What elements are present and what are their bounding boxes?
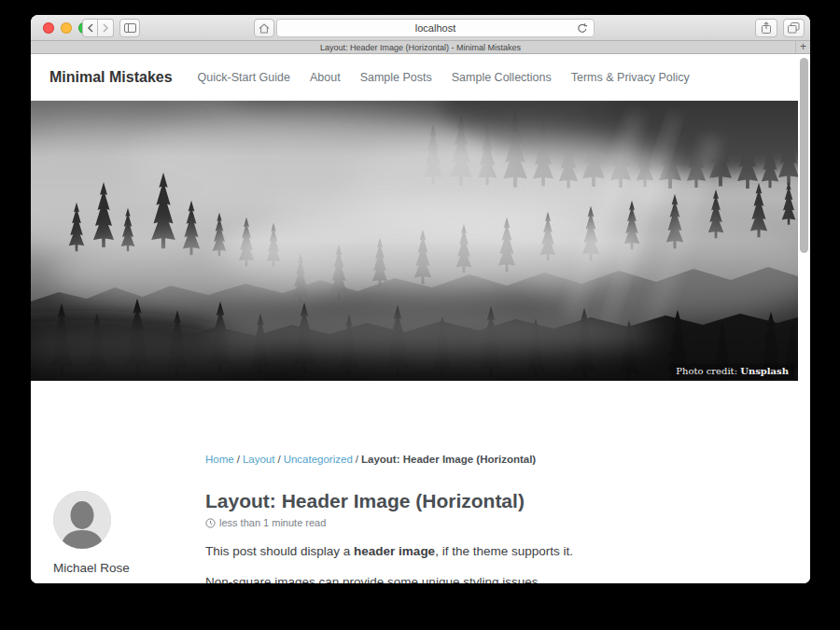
photo-credit: Photo credit: Unsplash bbox=[670, 364, 794, 379]
reload-button[interactable] bbox=[577, 22, 588, 35]
nav-link-terms-privacy-policy[interactable]: Terms & Privacy Policy bbox=[571, 71, 690, 84]
paragraph-2: Non-square images can provide some uniqu… bbox=[205, 576, 775, 583]
address-bar[interactable]: localhost bbox=[276, 19, 595, 37]
share-button[interactable] bbox=[755, 19, 777, 37]
browser-toolbar: localhost bbox=[31, 15, 810, 41]
history-buttons bbox=[82, 19, 114, 37]
site-nav: Quick-Start Guide About Sample Posts Sam… bbox=[198, 71, 690, 84]
paragraph-1-bold: header image bbox=[354, 544, 435, 558]
author-sidebar: Michael Rose A flexible Jekyll theme for… bbox=[53, 491, 191, 583]
new-tab-button[interactable]: + bbox=[795, 41, 810, 53]
nav-link-sample-posts[interactable]: Sample Posts bbox=[360, 71, 432, 84]
site-title-link[interactable]: Minimal Mistakes bbox=[49, 69, 173, 86]
breadcrumb-link-uncategorized[interactable]: Uncategorized bbox=[284, 454, 353, 465]
close-window-button[interactable] bbox=[43, 22, 54, 34]
read-time: less than 1 minute read bbox=[219, 517, 326, 528]
browser-window: localhost Layout: Header Image (Horizont… bbox=[31, 15, 810, 583]
author-bio: A flexible Jekyll theme for your blog or… bbox=[53, 582, 191, 583]
breadcrumb-separator: / bbox=[277, 454, 280, 465]
paragraph-1-text: , if the theme supports it. bbox=[435, 544, 573, 558]
breadcrumb: Home/Layout/Uncategorized/Layout: Header… bbox=[205, 454, 775, 465]
scrollbar-thumb[interactable] bbox=[800, 58, 808, 253]
page-content: Minimal Mistakes Quick-Start Guide About… bbox=[31, 55, 810, 583]
minimize-window-button[interactable] bbox=[61, 22, 72, 34]
breadcrumb-separator: / bbox=[237, 454, 240, 465]
person-silhouette-icon bbox=[53, 491, 111, 549]
clock-icon bbox=[205, 518, 216, 528]
paragraph-1-text: This post should display a bbox=[205, 544, 354, 558]
nav-link-about[interactable]: About bbox=[310, 71, 341, 84]
tab-overview-button[interactable] bbox=[783, 19, 805, 37]
tabs-icon bbox=[788, 22, 800, 34]
reload-icon bbox=[577, 22, 588, 35]
photo-credit-label: Photo credit: bbox=[676, 366, 737, 376]
breadcrumb-separator: / bbox=[356, 454, 358, 465]
page-title: Layout: Header Image (Horizontal) bbox=[205, 490, 775, 511]
site-masthead: Minimal Mistakes Quick-Start Guide About… bbox=[31, 55, 798, 101]
nav-link-sample-collections[interactable]: Sample Collections bbox=[452, 71, 552, 84]
author-name: Michael Rose bbox=[53, 561, 191, 575]
paragraph-1: This post should display a header image,… bbox=[205, 545, 775, 559]
breadcrumb-link-layout[interactable]: Layout bbox=[243, 454, 275, 465]
post-body: This post should display a header image,… bbox=[205, 545, 775, 583]
tab-bar: Layout: Header Image (Horizontal) - Mini… bbox=[31, 41, 810, 54]
avatar bbox=[53, 491, 111, 549]
home-button[interactable] bbox=[254, 19, 274, 37]
home-icon bbox=[259, 23, 270, 34]
header-image: Photo credit: Unsplash bbox=[31, 101, 798, 381]
sidebar-toggle-button[interactable] bbox=[119, 19, 140, 37]
breadcrumb-link-home[interactable]: Home bbox=[205, 454, 234, 465]
foggy-forest-photo bbox=[31, 101, 798, 381]
back-button[interactable] bbox=[82, 19, 98, 37]
article-main: Home/Layout/Uncategorized/Layout: Header… bbox=[205, 454, 775, 583]
url-text: localhost bbox=[415, 22, 455, 34]
active-tab[interactable]: Layout: Header Image (Horizontal) - Mini… bbox=[320, 43, 521, 52]
photo-credit-link[interactable]: Unsplash bbox=[740, 366, 789, 376]
breadcrumb-current: Layout: Header Image (Horizontal) bbox=[361, 454, 536, 465]
share-icon bbox=[761, 21, 772, 35]
nav-link-quick-start-guide[interactable]: Quick-Start Guide bbox=[198, 71, 290, 84]
sidebar-icon bbox=[124, 23, 136, 33]
back-icon bbox=[87, 23, 94, 33]
post-meta: less than 1 minute read bbox=[205, 517, 775, 528]
forward-button[interactable] bbox=[98, 19, 114, 37]
forward-icon bbox=[102, 23, 109, 33]
